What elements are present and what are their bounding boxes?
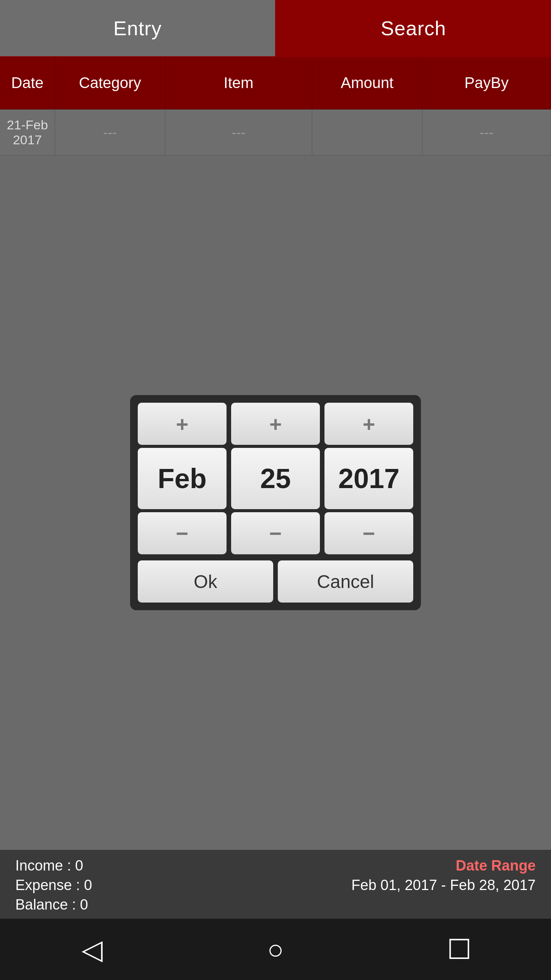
cell-item-value: --- — [232, 124, 246, 140]
year-increment-button[interactable]: + — [324, 403, 413, 445]
day-column: + 25 − — [231, 403, 320, 554]
expense-line: Expense : 0 — [15, 877, 92, 893]
col-header-category: Category — [55, 57, 165, 109]
cell-amount — [312, 109, 422, 155]
expense-value: 0 — [84, 877, 92, 893]
date-picker-controls: + Feb − + 25 − — [138, 403, 413, 554]
income-label: Income — [15, 858, 63, 874]
minus-icon: − — [176, 521, 189, 546]
tab-search[interactable]: Search — [276, 0, 551, 56]
year-value: 2017 — [324, 448, 413, 509]
nav-recents-button[interactable] — [436, 926, 482, 972]
expense-label: Expense — [15, 877, 72, 893]
year-column: + 2017 − — [324, 403, 413, 554]
main-content: + Feb − + 25 − — [0, 155, 551, 850]
nav-back-button[interactable] — [69, 926, 115, 972]
income-line: Income : 0 — [15, 858, 92, 874]
balance-label: Balance — [15, 897, 68, 913]
month-value: Feb — [138, 448, 227, 509]
day-value: 25 — [231, 448, 320, 509]
date-range-value: Feb 01, 2017 - Feb 28, 2017 — [351, 877, 536, 893]
expense-separator: : — [76, 877, 84, 893]
cell-category: --- — [55, 109, 165, 155]
income-value: 0 — [75, 858, 83, 874]
cell-category-value: --- — [103, 124, 117, 140]
bottom-left: Income : 0 Expense : 0 Balance : 0 — [15, 858, 92, 913]
back-icon — [82, 933, 103, 965]
cell-payby-value: --- — [480, 124, 494, 140]
tab-entry[interactable]: Entry — [0, 0, 276, 56]
minus-icon-day: − — [269, 521, 282, 546]
month-decrement-button[interactable]: − — [138, 512, 227, 554]
year-decrement-button[interactable]: − — [324, 512, 413, 554]
cell-payby: --- — [422, 109, 551, 155]
month-column: + Feb − — [138, 403, 227, 554]
col-date-label: Date — [11, 74, 44, 91]
tab-search-label: Search — [381, 17, 446, 40]
bottom-bar: Income : 0 Expense : 0 Balance : 0 Date … — [0, 850, 551, 919]
balance-value: 0 — [80, 897, 88, 913]
modal-overlay: + Feb − + 25 − — [0, 155, 551, 850]
ok-button[interactable]: Ok — [138, 560, 273, 603]
cell-item: --- — [165, 109, 312, 155]
col-header-payby: PayBy — [422, 57, 551, 109]
col-amount-label: Amount — [341, 74, 394, 91]
cell-date: 21-Feb 2017 — [0, 109, 55, 155]
col-item-label: Item — [224, 74, 254, 91]
nav-home-button[interactable]: ○ — [253, 926, 298, 972]
col-header-item: Item — [165, 57, 312, 109]
col-category-label: Category — [79, 74, 141, 91]
date-picker-dialog: + Feb − + 25 − — [130, 395, 421, 610]
minus-icon-year: − — [363, 521, 375, 546]
col-header-date: Date — [0, 57, 55, 109]
cancel-button[interactable]: Cancel — [278, 560, 413, 603]
month-increment-button[interactable]: + — [138, 403, 227, 445]
bottom-right: Date Range Feb 01, 2017 - Feb 28, 2017 — [351, 858, 536, 893]
plus-icon-year: + — [363, 412, 375, 436]
day-increment-button[interactable]: + — [231, 403, 320, 445]
balance-separator: : — [72, 897, 80, 913]
balance-line: Balance : 0 — [15, 897, 92, 913]
dialog-buttons: Ok Cancel — [138, 560, 413, 603]
col-payby-label: PayBy — [465, 74, 509, 91]
plus-icon-day: + — [269, 412, 282, 436]
nav-bar: ○ — [0, 919, 551, 980]
recents-icon — [447, 933, 472, 965]
income-separator: : — [67, 858, 75, 874]
plus-icon: + — [176, 412, 189, 436]
tab-entry-label: Entry — [113, 17, 161, 40]
col-header-amount: Amount — [312, 57, 422, 109]
home-icon: ○ — [267, 934, 284, 965]
day-decrement-button[interactable]: − — [231, 512, 320, 554]
cell-date-value: 21-Feb 2017 — [7, 118, 48, 147]
date-range-label: Date Range — [456, 858, 536, 874]
